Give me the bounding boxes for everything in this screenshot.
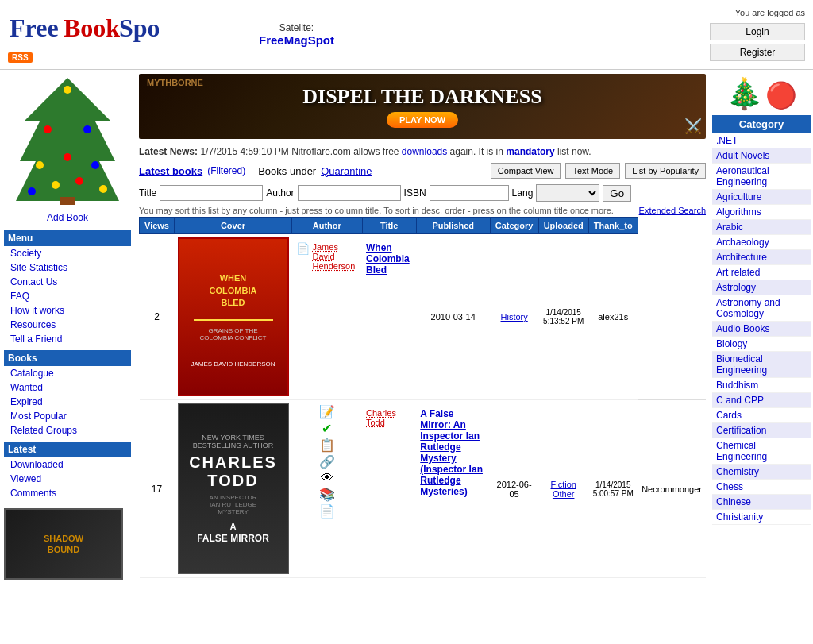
- book2-book-icon[interactable]: 📚: [319, 487, 335, 502]
- cat-christianity[interactable]: Christianity: [712, 510, 811, 525]
- menu-item-contact[interactable]: Contact Us: [4, 275, 131, 289]
- login-button[interactable]: Login: [710, 23, 805, 40]
- menu-item-most-popular[interactable]: Most Popular: [4, 409, 131, 423]
- search-row: Title Author ISBN Lang Go: [139, 182, 706, 204]
- cat-chess[interactable]: Chess: [712, 480, 811, 495]
- auth-area: You are logged as Login Register: [710, 8, 805, 61]
- book2-doc-icon[interactable]: 📋: [319, 438, 335, 453]
- news-text2: again. It is in: [450, 146, 503, 157]
- extended-search-link[interactable]: Extended Search: [639, 206, 706, 215]
- banner-play-button[interactable]: PLAY NOW: [387, 112, 458, 128]
- book2-cover: NEW YORK TIMES BESTSELLING AUTHOR CHARLE…: [175, 400, 292, 578]
- book1-category: History: [490, 234, 538, 400]
- menu-item-expired[interactable]: Expired: [4, 395, 131, 409]
- col-category[interactable]: Category: [490, 218, 538, 234]
- menu-item-wanted[interactable]: Wanted: [4, 380, 131, 395]
- cat-arabic[interactable]: Arabic: [712, 220, 811, 235]
- cat-art-related[interactable]: Art related: [712, 265, 811, 280]
- book2-word-icon[interactable]: 📝: [319, 404, 335, 419]
- book2-pdf-icon[interactable]: 📄: [319, 503, 335, 519]
- col-thankto[interactable]: Thank_to: [588, 218, 638, 234]
- quarantine-link[interactable]: Quarantine: [321, 165, 372, 177]
- menu-item-faq[interactable]: FAQ: [4, 289, 131, 303]
- isbn-input[interactable]: [430, 185, 509, 201]
- text-mode-button[interactable]: Text Mode: [565, 163, 620, 179]
- cat-c-cpp[interactable]: C and CPP: [712, 393, 811, 408]
- compact-view-button[interactable]: Compact View: [491, 163, 561, 179]
- svg-rect-4: [60, 197, 75, 205]
- cat-aeronautical[interactable]: Aeronautical Engineering: [712, 164, 811, 190]
- cat-algorithms[interactable]: Algorithms: [712, 205, 811, 220]
- menu-item-related-groups[interactable]: Related Groups: [4, 423, 131, 438]
- book1-author: 📄 James David Henderson: [292, 234, 363, 400]
- filtered-link[interactable]: (Filtered): [207, 165, 245, 176]
- book1-category-link[interactable]: History: [501, 312, 528, 322]
- menu-item-statistics[interactable]: Site Statistics: [4, 260, 131, 275]
- svg-point-7: [83, 125, 91, 133]
- cat-chemical-engineering[interactable]: Chemical Engineering: [712, 438, 811, 465]
- cat-chemistry[interactable]: Chemistry: [712, 465, 811, 480]
- col-author[interactable]: Author: [292, 218, 363, 234]
- left-sidebar: Add Book Menu Society Site Statistics Co…: [0, 70, 135, 584]
- cat-architecture[interactable]: Architecture: [712, 250, 811, 265]
- banner-title: DISPEL THE DARKNESS: [302, 85, 542, 109]
- book1-author-link[interactable]: James David Henderson: [313, 242, 359, 271]
- menu-item-resources[interactable]: Resources: [4, 318, 131, 332]
- news-date: 1/7/2015 4:59:10 PM: [200, 146, 288, 157]
- book2-author-link[interactable]: Charles Todd: [366, 408, 396, 427]
- book2-title-link[interactable]: A False Mirror: An Inspector Ian Rutledg…: [420, 408, 483, 497]
- book2-preview-icon[interactable]: 👁: [321, 471, 333, 485]
- satellite-link[interactable]: FreeMagSpot: [159, 33, 434, 47]
- menu-item-society[interactable]: Society: [4, 246, 131, 260]
- book1-title-link[interactable]: When Colombia Bled: [366, 242, 410, 276]
- col-title[interactable]: Title: [362, 218, 416, 234]
- author-input[interactable]: [298, 185, 401, 201]
- cat-net[interactable]: .NET: [712, 133, 811, 148]
- rss-badge[interactable]: RSS: [8, 52, 159, 63]
- cat-certification[interactable]: Certification: [712, 423, 811, 438]
- menu-item-viewed[interactable]: Viewed: [4, 472, 131, 486]
- news-mandatory-link[interactable]: mandatory: [506, 146, 554, 157]
- cat-biology[interactable]: Biology: [712, 337, 811, 352]
- menu-item-downloaded[interactable]: Downloaded: [4, 457, 131, 472]
- cat-biomedical[interactable]: Biomedical Engineering: [712, 352, 811, 378]
- menu-item-how[interactable]: How it works: [4, 303, 131, 318]
- lang-label: Lang: [512, 187, 534, 199]
- cat-buddhism[interactable]: Buddhism: [712, 378, 811, 393]
- cat-agriculture[interactable]: Agriculture: [712, 190, 811, 205]
- cat-archaeology[interactable]: Archaeology: [712, 235, 811, 250]
- menu-item-tell[interactable]: Tell a Friend: [4, 332, 131, 346]
- news-downloads-link[interactable]: downloads: [402, 146, 447, 157]
- latest-books-link[interactable]: Latest books: [139, 165, 202, 177]
- col-views[interactable]: Views: [140, 218, 175, 234]
- books-table: Views Cover Author Title Published Categ…: [139, 217, 706, 578]
- menu-item-comments[interactable]: Comments: [4, 486, 131, 500]
- banner: MYTHBORNE DISPEL THE DARKNESS PLAY NOW ⚔…: [139, 74, 706, 139]
- cat-astrology[interactable]: Astrology: [712, 280, 811, 295]
- title-label: Title: [139, 187, 156, 199]
- book2-category-link[interactable]: FictionOther: [550, 480, 576, 499]
- register-button[interactable]: Register: [710, 44, 805, 61]
- col-cover[interactable]: Cover: [175, 218, 292, 234]
- cat-audio-books[interactable]: Audio Books: [712, 322, 811, 337]
- col-uploaded[interactable]: Uploaded: [538, 218, 588, 234]
- menu-item-catalogue[interactable]: Catalogue: [4, 366, 131, 380]
- book2-amazon-icon[interactable]: 🔗: [319, 454, 335, 469]
- col-published[interactable]: Published: [416, 218, 490, 234]
- category-header: Category: [712, 115, 811, 133]
- cat-astronomy[interactable]: Astronomy and Cosmology: [712, 295, 811, 322]
- book2-check-icon[interactable]: ✔: [322, 421, 332, 436]
- list-by-popularity-button[interactable]: List by Popularity: [625, 163, 706, 179]
- cat-cards[interactable]: Cards: [712, 408, 811, 423]
- go-button[interactable]: Go: [603, 185, 631, 202]
- book2-uploaded: 1/14/20155:00:57 PM: [588, 400, 638, 578]
- add-book-button[interactable]: Add Book: [4, 209, 131, 226]
- sort-hint-text: You may sort this list by any column - j…: [139, 206, 614, 215]
- lang-select[interactable]: [536, 184, 599, 202]
- cat-chinese[interactable]: Chinese: [712, 495, 811, 510]
- cat-adult-novels[interactable]: Adult Novels: [712, 148, 811, 164]
- title-input[interactable]: [160, 185, 263, 201]
- book2-author-name: Charles Todd: [362, 400, 416, 578]
- main-layout: Add Book Menu Society Site Statistics Co…: [0, 70, 813, 584]
- svg-point-8: [36, 161, 44, 169]
